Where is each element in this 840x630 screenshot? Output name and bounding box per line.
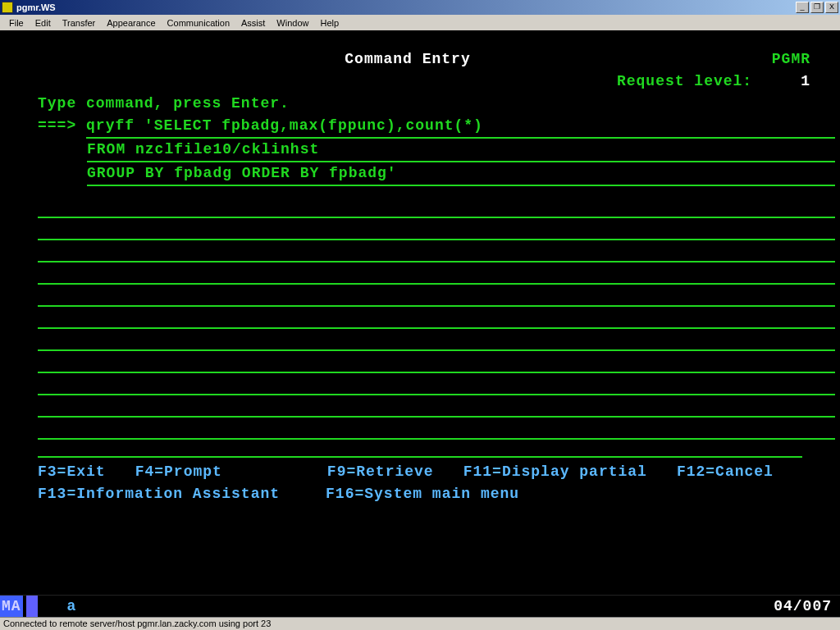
menubar: File Edit Transfer Appearance Communicat… [0, 15, 840, 30]
app-icon [2, 2, 13, 13]
window-title: pgmr.WS [16, 2, 56, 12]
command-line-3[interactable]: GROUP BY fpbadg ORDER BY fpbadg' [87, 162, 397, 186]
menu-appearance[interactable]: Appearance [101, 16, 161, 30]
input-line-6[interactable] [38, 243, 835, 262]
input-line-4[interactable] [38, 199, 835, 218]
menu-transfer[interactable]: Transfer [57, 16, 102, 30]
fkey-f9: F9=Retrieve [327, 461, 463, 483]
terminal-screen[interactable]: Command Entry PGMR Request level: 1 Type… [0, 30, 840, 617]
input-line-8[interactable] [38, 287, 835, 307]
user-id: PGMR [772, 51, 810, 67]
input-line-7[interactable] [38, 265, 835, 285]
menu-file[interactable]: File [3, 16, 30, 30]
window-titlebar: pgmr.WS _ ❐ X [0, 0, 840, 15]
request-level-label: Request level: [617, 73, 752, 89]
fkey-f16: F16=System main menu [326, 483, 549, 505]
status-mode: a [38, 596, 77, 618]
window-status-bar: Connected to remote server/host pgmr.lan… [0, 617, 840, 630]
status-block [26, 596, 38, 618]
minimize-button[interactable]: _ [796, 2, 809, 13]
input-line-12[interactable] [38, 376, 835, 395]
fkey-f12: F12=Cancel [677, 461, 803, 483]
input-line-14[interactable] [38, 420, 835, 440]
function-keys-row-2: F13=Information Assistant F16=System mai… [5, 483, 835, 505]
fkey-f4: F4=Prompt [135, 461, 252, 483]
instruction-text: Type command, press Enter. [5, 93, 835, 115]
connection-status: Connected to remote server/host pgmr.lan… [3, 619, 271, 628]
menu-edit[interactable]: Edit [30, 16, 57, 30]
input-line-9[interactable] [38, 309, 835, 329]
command-line-1[interactable]: qryff 'SELECT fpbadg,max(fppunc),count(*… [86, 115, 483, 139]
input-line-5[interactable] [38, 221, 835, 240]
menu-help[interactable]: Help [314, 16, 345, 30]
command-line-2[interactable]: FROM nzclfile10/cklinhst [87, 139, 319, 162]
screen-title: Command Entry [345, 48, 470, 71]
maximize-button[interactable]: ❐ [810, 2, 824, 13]
fkey-f13: F13=Information Assistant [38, 483, 309, 505]
menu-communication[interactable]: Communication [162, 16, 235, 30]
divider-line [38, 456, 802, 458]
cursor-position: 04/007 [774, 596, 832, 618]
command-prompt: ===> [38, 115, 76, 139]
request-level-value: 1 [801, 73, 810, 89]
close-button[interactable]: X [825, 2, 838, 13]
fkey-f3: F3=Exit [38, 461, 135, 483]
terminal-status-bar: MA a 04/007 [0, 595, 840, 617]
status-indicator: MA [0, 596, 23, 618]
input-line-11[interactable] [38, 354, 835, 373]
function-keys-row-1: F3=Exit F4=Prompt F9=Retrieve F11=Displa… [5, 461, 835, 483]
menu-window[interactable]: Window [271, 16, 314, 30]
menu-assist[interactable]: Assist [235, 16, 271, 30]
input-line-13[interactable] [38, 398, 835, 418]
fkey-f11: F11=Display partial [463, 461, 677, 483]
input-line-10[interactable] [38, 331, 835, 351]
